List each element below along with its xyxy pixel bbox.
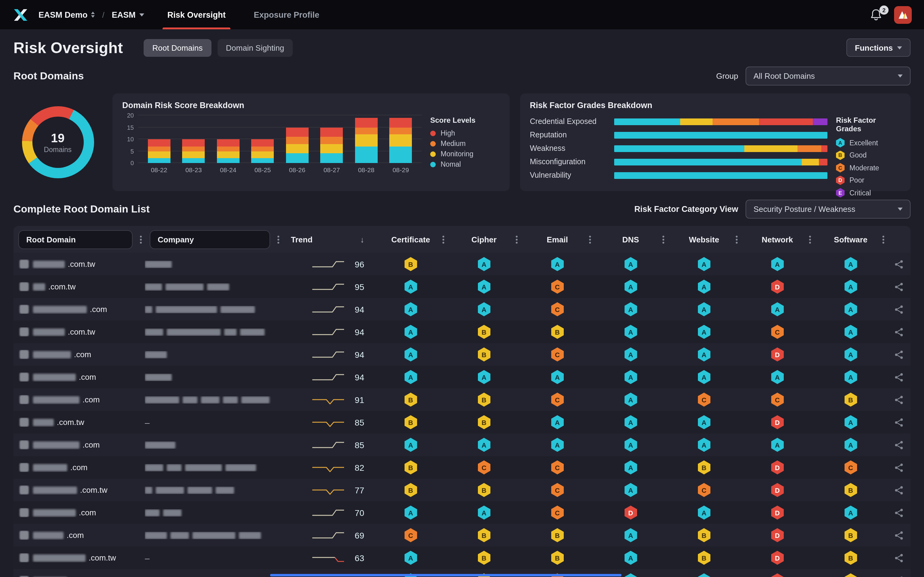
favicon [19, 530, 29, 540]
table-row[interactable]: .com85AAAAAAA [13, 434, 911, 456]
table-row[interactable]: .com82BCCABDC [13, 456, 911, 479]
share-icon[interactable] [894, 530, 904, 540]
column-filter-company[interactable]: Company [150, 230, 270, 249]
column-filter-root-domain[interactable]: Root Domain [18, 230, 132, 249]
grade-badge-A: A [404, 347, 417, 361]
share-icon[interactable] [894, 395, 904, 405]
root-domain-cell: .com [13, 508, 145, 517]
share-icon[interactable] [894, 259, 904, 269]
cipher-grade-cell: A [447, 280, 521, 294]
column-menu-icon[interactable] [882, 239, 884, 240]
tab-exposure-profile[interactable]: Exposure Profile [251, 0, 322, 29]
certificate-grade-cell: A [374, 347, 447, 361]
column-menu-icon[interactable] [662, 239, 664, 240]
hbar-row-vulnerability: Vulnerability [530, 171, 827, 179]
functions-button[interactable]: Functions [846, 39, 911, 57]
share-icon[interactable] [894, 508, 904, 517]
email-grade-cell: B [521, 528, 594, 542]
root-domains-section-header: Root Domains Group All Root Domains [0, 63, 924, 93]
legend-dot [430, 131, 436, 136]
domain-suffix: .com.tw [68, 259, 95, 269]
account-avatar[interactable] [894, 6, 912, 24]
sort-desc-icon[interactable]: ↓ [360, 235, 364, 244]
column-header-website[interactable]: Website [667, 226, 741, 253]
column-header-trend[interactable]: Trend↓ [282, 226, 374, 253]
column-menu-icon[interactable] [516, 239, 518, 240]
h-scrollbar-thumb[interactable] [270, 574, 622, 576]
table-row[interactable]: .com91BBCACCB [13, 388, 911, 411]
share-icon[interactable] [894, 350, 904, 359]
grade-badge-A: A [698, 302, 711, 316]
table-row[interactable]: .com.tw94ABBAACA [13, 321, 911, 343]
share-icon[interactable] [894, 305, 904, 314]
notifications-button[interactable]: 2 [870, 8, 882, 21]
redacted-company [145, 486, 152, 494]
product-switcher[interactable]: EASM [112, 10, 144, 19]
redacted-domain [33, 260, 65, 268]
trend-sparkline-dip [311, 394, 345, 405]
share-icon[interactable] [894, 282, 904, 292]
table-row[interactable]: .com.tw96BAAAAAA [13, 253, 911, 276]
table-row[interactable]: .com94AAAAAAA [13, 366, 911, 388]
column-header-software[interactable]: Software [814, 226, 887, 253]
y-axis-tick: 15 [127, 124, 134, 131]
email-grade-cell: C [521, 506, 594, 520]
share-icon[interactable] [894, 372, 904, 382]
table-row[interactable]: .com.tw–85BBAAADA [13, 411, 911, 434]
share-icon[interactable] [894, 417, 904, 427]
trend-cell: 94 [282, 349, 374, 360]
column-header-dns[interactable]: DNS [594, 226, 667, 253]
column-header-certificate[interactable]: Certificate [374, 226, 447, 253]
column-label: Root Domain [26, 235, 76, 244]
grade-hex-C: C [836, 163, 845, 172]
share-icon[interactable] [894, 575, 904, 577]
risk-factor-grades-legend: Risk Factor Grades AExcellentBGoodCModer… [827, 115, 901, 201]
row-actions-cell [887, 440, 911, 450]
grade-badge-A: A [771, 438, 784, 452]
bar-seg-nomal [286, 153, 309, 163]
column-menu-icon[interactable] [278, 239, 279, 240]
redacted-company [145, 396, 179, 403]
toggle-root-domains[interactable]: Root Domains [144, 39, 212, 56]
toggle-domain-sighting[interactable]: Domain Sighting [217, 39, 293, 56]
table-row[interactable]: .com.tw95AACAADA [13, 276, 911, 298]
column-header-email[interactable]: Email [521, 226, 594, 253]
column-menu-icon[interactable] [589, 239, 591, 240]
group-dropdown[interactable]: All Root Domains [746, 66, 911, 85]
dns-grade-cell: A [594, 551, 667, 565]
trend-sparkline-dip [311, 417, 345, 428]
grade-badge-C: C [551, 506, 564, 520]
share-icon[interactable] [894, 327, 904, 337]
column-menu-icon[interactable] [809, 239, 811, 240]
tab-risk-oversight[interactable]: Risk Oversight [165, 0, 228, 29]
table-row[interactable]: .com.tw77BBCACDB [13, 479, 911, 501]
column-menu-icon[interactable] [443, 239, 444, 240]
table-row[interactable]: .com.tw–63ABBABDB [13, 546, 911, 569]
column-header-cipher[interactable]: Cipher [447, 226, 521, 253]
cipher-grade-cell: B [447, 551, 521, 565]
share-icon[interactable] [894, 485, 904, 495]
table-row[interactable]: .com94ABCAADA [13, 343, 911, 366]
software-grade-cell: B [814, 483, 887, 497]
app-logo[interactable] [12, 6, 29, 23]
table-row[interactable]: .com94AACAAAA [13, 298, 911, 321]
share-icon[interactable] [894, 463, 904, 472]
column-header-root-domain[interactable]: Root Domain [13, 226, 145, 253]
redacted-company [207, 283, 229, 290]
category-view-dropdown[interactable]: Security Posture / Weakness [746, 200, 911, 219]
table-row[interactable]: .com70AACDADA [13, 501, 911, 524]
org-switcher[interactable]: EASM Demo [39, 10, 95, 19]
hbar-rows: Credential ExposedReputationWeaknessMisc… [530, 115, 827, 201]
share-icon[interactable] [894, 553, 904, 562]
table-row[interactable]: .com69CBBABDB [13, 524, 911, 546]
favicon [19, 485, 29, 495]
x-axis-label: 08-24 [211, 166, 246, 173]
column-menu-icon[interactable] [736, 239, 738, 240]
column-header-network[interactable]: Network [741, 226, 814, 253]
share-icon[interactable] [894, 440, 904, 450]
column-label: Software [834, 235, 867, 244]
dns-grade-cell: A [594, 325, 667, 339]
column-menu-icon[interactable] [140, 239, 142, 240]
column-header-company[interactable]: Company [145, 226, 282, 253]
domain-suffix: .com [70, 576, 87, 577]
